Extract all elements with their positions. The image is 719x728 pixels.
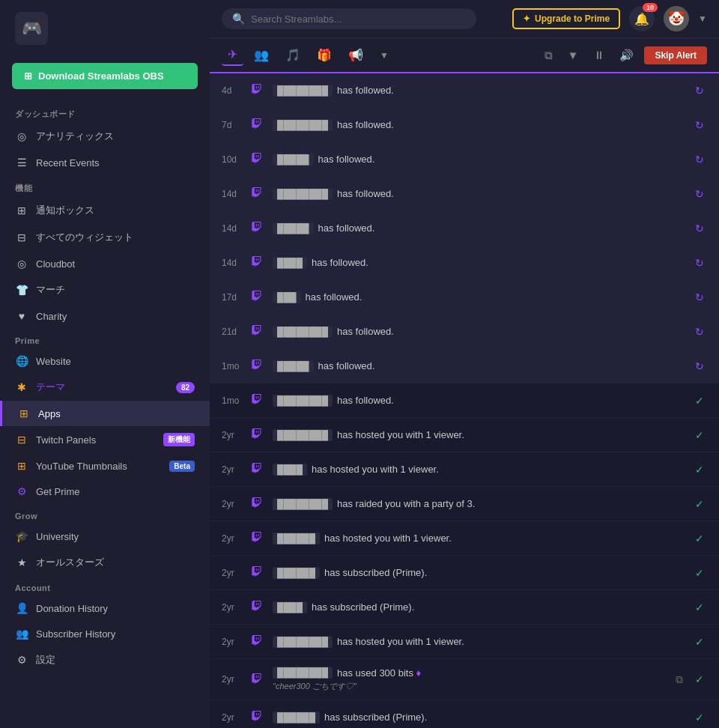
- copy-toolbar-button[interactable]: ⧉: [540, 46, 557, 65]
- user-avatar-button[interactable]: 🤡: [664, 6, 689, 31]
- twitch-icon: [252, 325, 265, 338]
- event-tab-subs[interactable]: 🎁: [311, 45, 338, 65]
- event-content: ████ has followed.: [273, 257, 685, 269]
- event-check-button[interactable]: ✓: [692, 634, 707, 649]
- download-obs-button[interactable]: ⊞ Download Streamlabs OBS: [12, 63, 198, 89]
- event-tab-announcements[interactable]: 📢: [342, 45, 369, 65]
- event-actions: ↻: [692, 359, 707, 374]
- event-refresh-button[interactable]: ↻: [692, 118, 707, 133]
- event-toolbar-right: ⧉ ▼ ⏸ 🔊 Skip Alert: [540, 46, 707, 65]
- sidebar-item-subscriber-history[interactable]: 👥 Subscriber History: [0, 621, 210, 646]
- event-tab-music[interactable]: 🎵: [279, 45, 306, 65]
- twitch-icon: [252, 256, 265, 269]
- event-username: ████: [273, 257, 307, 269]
- event-tab-followers[interactable]: 👥: [248, 45, 275, 65]
- event-actions: ↻: [692, 255, 707, 270]
- event-content: ████████ has followed.: [273, 188, 685, 200]
- sidebar-item-youtube-thumbnails[interactable]: ⊞ YouTube Thumbnails Beta: [0, 453, 210, 479]
- skip-alert-button[interactable]: Skip Alert: [644, 46, 707, 64]
- sidebar-item-settings[interactable]: ⚙ 設定: [0, 646, 210, 673]
- sidebar-item-recent-events[interactable]: ☰ Recent Events: [0, 150, 210, 175]
- event-copy-button[interactable]: ⧉: [673, 672, 686, 688]
- event-actions: ↻: [692, 118, 707, 133]
- website-icon: 🌐: [15, 355, 28, 367]
- sidebar-item-merch[interactable]: 👕 マーチ: [0, 276, 210, 303]
- topbar-right: ✦ Upgrade to Prime 🔔 10 🤡 ▼: [512, 6, 707, 31]
- event-actions: ⧉ ✓: [673, 672, 707, 688]
- event-refresh-button[interactable]: ↻: [692, 221, 707, 236]
- event-action-text: has used 300 bits ♦: [337, 667, 421, 679]
- event-main-text: ██████ has subscribed (Prime).: [273, 712, 685, 724]
- event-check-button[interactable]: ✓: [692, 428, 707, 443]
- twitch-panels-icon: ⊟: [15, 434, 28, 446]
- event-refresh-button[interactable]: ↻: [692, 152, 707, 167]
- sidebar-item-theme[interactable]: ✱ テーマ 82: [0, 374, 210, 401]
- event-tab-more-arrow[interactable]: ▼: [377, 47, 392, 64]
- volume-toolbar-button[interactable]: 🔊: [615, 46, 638, 65]
- event-action-text: has followed.: [312, 257, 368, 268]
- sidebar-item-donation-history[interactable]: 👤 Donation History: [0, 595, 210, 621]
- event-main-text: ███ has followed.: [273, 291, 685, 303]
- notifications-button[interactable]: 🔔 10: [629, 6, 655, 31]
- event-row: 1mo █████ has followed. ↻: [210, 349, 719, 383]
- event-row: 17d ███ has followed. ↻: [210, 280, 719, 315]
- twitch-icon: [252, 222, 265, 234]
- filter-toolbar-button[interactable]: ▼: [563, 46, 583, 64]
- twitch-icon: [252, 360, 265, 372]
- event-content: █████ has followed.: [273, 360, 685, 372]
- event-action-text: has hosted you with 1 viewer.: [337, 429, 464, 440]
- event-time: 14d: [222, 223, 244, 234]
- event-username: ████████: [273, 119, 333, 131]
- sidebar-item-all-stars[interactable]: ★ オールスターズ: [0, 549, 210, 576]
- event-check-button[interactable]: ✓: [692, 565, 707, 580]
- prime-star-icon: ✦: [523, 13, 530, 24]
- event-check-button[interactable]: ✓: [692, 672, 707, 687]
- search-input[interactable]: [251, 13, 466, 25]
- event-refresh-button[interactable]: ↻: [692, 290, 707, 305]
- sidebar-item-website[interactable]: 🌐 Website: [0, 348, 210, 374]
- twitch-icon: [252, 497, 265, 510]
- event-content: ████████ has followed.: [273, 119, 685, 131]
- event-time: 14d: [222, 258, 244, 268]
- event-content: ██████ has hosted you with 1 viewer.: [273, 533, 685, 545]
- event-main-text: █████ has followed.: [273, 222, 685, 234]
- event-username: ████████: [273, 667, 333, 679]
- event-check-button[interactable]: ✓: [692, 462, 707, 477]
- event-refresh-button[interactable]: ↻: [692, 324, 707, 339]
- event-row: 2yr ████ has subscribed (Prime). ✓: [210, 590, 719, 625]
- event-refresh-button[interactable]: ↻: [692, 83, 707, 98]
- event-refresh-button[interactable]: ↻: [692, 359, 707, 374]
- event-content: ████ has subscribed (Prime).: [273, 601, 685, 613]
- event-check-button[interactable]: ✓: [692, 710, 707, 725]
- event-username: ██████: [273, 712, 320, 724]
- event-action-text: has followed.: [318, 360, 375, 371]
- sidebar-item-twitch-panels[interactable]: ⊟ Twitch Panels 新機能: [0, 426, 210, 453]
- event-check-button[interactable]: ✓: [692, 393, 707, 408]
- event-check-button[interactable]: ✓: [692, 531, 707, 546]
- event-row: 2yr ██████ has subscribed (Prime). ✓: [210, 700, 719, 728]
- event-time: 17d: [222, 292, 244, 303]
- event-username: ████████: [273, 326, 333, 338]
- avatar-dropdown-button[interactable]: ▼: [698, 13, 707, 24]
- sidebar-item-all-widgets[interactable]: ⊟ すべてのウィジェット: [0, 224, 210, 251]
- event-time: 2yr: [222, 712, 244, 723]
- sidebar-item-university[interactable]: 🎓 University: [0, 524, 210, 549]
- sidebar-item-apps[interactable]: ⊞ Apps: [0, 401, 210, 426]
- upgrade-to-prime-button[interactable]: ✦ Upgrade to Prime: [512, 8, 620, 29]
- event-check-button[interactable]: ✓: [692, 600, 707, 615]
- event-content: ████████ has followed.: [273, 395, 685, 407]
- analytics-icon: ◎: [15, 130, 28, 142]
- sidebar-item-notification-box[interactable]: ⊞ 通知ボックス: [0, 197, 210, 224]
- twitch-icon: [252, 428, 265, 441]
- event-check-button[interactable]: ✓: [692, 497, 707, 512]
- sidebar-item-analytics[interactable]: ◎ アナリティックス: [0, 123, 210, 150]
- sidebar-item-cloudbot[interactable]: ◎ Cloudbot: [0, 251, 210, 276]
- event-tab-activity[interactable]: ✈: [222, 44, 243, 66]
- sidebar-item-charity[interactable]: ♥ Charity: [0, 303, 210, 329]
- event-action-text: has followed.: [337, 395, 394, 406]
- pause-toolbar-button[interactable]: ⏸: [589, 46, 609, 64]
- event-action-text: has raided you with a party of 3.: [337, 498, 475, 509]
- event-refresh-button[interactable]: ↻: [692, 255, 707, 270]
- sidebar-item-get-prime[interactable]: ⚙ Get Prime: [0, 479, 210, 504]
- event-refresh-button[interactable]: ↻: [692, 186, 707, 201]
